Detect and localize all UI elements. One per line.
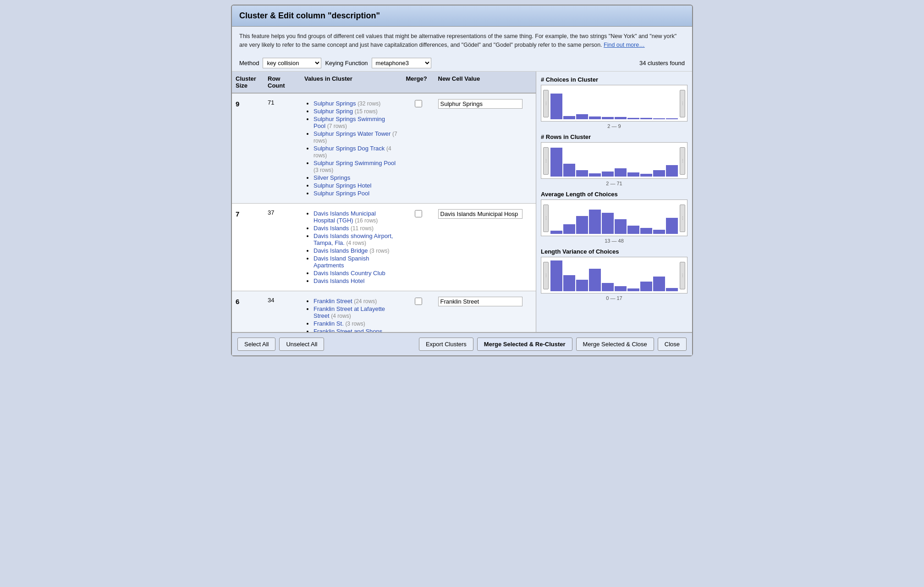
method-bar: Method key collision nearest neighbor Ke… xyxy=(232,55,692,72)
cluster-value-link[interactable]: Sulphur Springs Swimming Pool xyxy=(314,116,385,129)
choices-left-handle[interactable]: ⋮ xyxy=(543,90,549,117)
col-cluster-size: ClusterSize xyxy=(232,73,264,91)
table-header: ClusterSize RowCount Values in Cluster M… xyxy=(232,72,536,94)
new-cell-value-2 xyxy=(434,207,536,287)
merge-checkbox-3 xyxy=(402,295,434,332)
new-cell-input-3[interactable] xyxy=(438,297,523,306)
chart-bar xyxy=(615,168,627,177)
cluster-value-link[interactable]: Sulphur Springs xyxy=(314,100,356,107)
avg-length-left-handle[interactable]: ⋮ xyxy=(543,205,549,232)
chart-bar xyxy=(627,226,639,234)
merge-check-1[interactable] xyxy=(415,100,422,107)
chart-bar xyxy=(615,286,627,291)
chart-bar xyxy=(602,283,614,291)
chart-bar xyxy=(576,216,588,234)
cluster-value-link[interactable]: Sulphur Spring xyxy=(314,108,353,115)
chart-bar xyxy=(576,280,588,291)
dialog-title: Cluster & Edit column "description" xyxy=(232,6,692,27)
keying-function-select[interactable]: metaphone3 fingerprint ngram-fingerprint… xyxy=(372,58,431,68)
merge-checkbox-1 xyxy=(402,97,434,199)
chart-bar xyxy=(602,213,614,234)
choices-right-handle[interactable]: ⋮ xyxy=(680,90,685,117)
cluster-value-link[interactable]: Davis Islands Country Club xyxy=(314,270,385,277)
chart-bar xyxy=(627,118,639,119)
cluster-row-count-1: 71 xyxy=(264,97,301,199)
cluster-value-link[interactable]: Franklin St. xyxy=(314,320,344,327)
rows-chart-title: # Rows in Cluster xyxy=(541,133,688,140)
cluster-value-link[interactable]: Davis Island Spanish Apartments xyxy=(314,255,369,269)
chart-bar xyxy=(653,277,665,291)
cluster-value-link[interactable]: Silver Springs xyxy=(314,174,350,181)
chart-bar xyxy=(653,230,665,233)
rows-range-label: 2 — 71 xyxy=(541,181,688,186)
dialog-description: This feature helps you find groups of di… xyxy=(232,27,692,55)
chart-bar xyxy=(563,275,575,291)
cluster-value-link[interactable]: Franklin Street and Shops xyxy=(314,328,382,332)
cluster-value-link[interactable]: Sulphur Springs Water Tower xyxy=(314,130,390,137)
new-cell-value-1 xyxy=(434,97,536,199)
chart-bar xyxy=(627,172,639,176)
chart-bar xyxy=(563,224,575,234)
cluster-row: 6 34 Franklin Street (24 rows) Franklin … xyxy=(232,291,536,332)
cluster-value-link[interactable]: Sulphur Springs Dog Track xyxy=(314,145,385,152)
cluster-row-count-3: 34 xyxy=(264,295,301,332)
chart-bar xyxy=(589,210,601,234)
chart-bar xyxy=(563,116,575,119)
cluster-value-link[interactable]: Sulphur Springs Pool xyxy=(314,190,369,197)
table-area: ClusterSize RowCount Values in Cluster M… xyxy=(232,72,536,332)
method-select[interactable]: key collision nearest neighbor xyxy=(263,58,321,68)
find-out-more-link[interactable]: Find out more… xyxy=(604,42,645,48)
rows-right-handle[interactable]: ⋮ xyxy=(680,147,685,175)
cluster-value-link[interactable]: Davis Islands Hotel xyxy=(314,277,364,284)
unselect-all-button[interactable]: Unselect All xyxy=(279,338,324,351)
merge-recluster-button[interactable]: Merge Selected & Re-Cluster xyxy=(477,338,572,351)
merge-check-2[interactable] xyxy=(415,210,422,217)
col-values: Values in Cluster xyxy=(301,73,402,91)
cluster-value-link[interactable]: Sulphur Spring Swimming Pool xyxy=(314,160,396,166)
close-button[interactable]: Close xyxy=(658,338,687,351)
content-area: ClusterSize RowCount Values in Cluster M… xyxy=(232,72,692,332)
merge-check-3[interactable] xyxy=(415,298,422,305)
cluster-value-link[interactable]: Franklin Street xyxy=(314,298,352,305)
chart-bar xyxy=(640,282,652,291)
merge-checkbox-2 xyxy=(402,207,434,287)
chart-bar xyxy=(563,164,575,177)
chart-bar xyxy=(640,174,652,177)
variance-right-handle[interactable]: ⋮ xyxy=(680,262,685,289)
export-clusters-button[interactable]: Export Clusters xyxy=(419,338,473,351)
chart-bar xyxy=(550,148,562,177)
chart-bar xyxy=(653,118,665,119)
chart-bar xyxy=(576,114,588,119)
new-cell-value-3 xyxy=(434,295,536,332)
cluster-value-link[interactable]: Sulphur Springs Hotel xyxy=(314,182,371,189)
col-row-count: RowCount xyxy=(264,73,301,91)
variance-range-label: 0 — 17 xyxy=(541,295,688,301)
chart-bar xyxy=(576,170,588,177)
choices-range-label: 2 — 9 xyxy=(541,123,688,129)
choices-chart-section: # Choices in Cluster ⋮ ⋮ 2 — 9 xyxy=(541,76,688,129)
chart-bar xyxy=(666,165,678,177)
cluster-row: 7 37 Davis Islands Municipal Hospital (T… xyxy=(232,204,536,291)
cluster-values-2: Davis Islands Municipal Hospital (TGH) (… xyxy=(301,207,402,287)
select-all-button[interactable]: Select All xyxy=(237,338,275,351)
chart-bar xyxy=(666,118,678,119)
rows-left-handle[interactable]: ⋮ xyxy=(543,147,549,175)
avg-length-right-handle[interactable]: ⋮ xyxy=(680,205,685,232)
cluster-value-link[interactable]: Davis Islands Bridge xyxy=(314,247,368,254)
chart-bar xyxy=(550,94,562,119)
cluster-row: 9 71 Sulphur Springs (32 rows) Sulphur S… xyxy=(232,94,536,204)
charts-panel: # Choices in Cluster ⋮ ⋮ 2 — 9 xyxy=(536,72,692,332)
avg-length-chart: ⋮ ⋮ xyxy=(541,199,688,236)
new-cell-input-2[interactable] xyxy=(438,209,523,219)
merge-close-button[interactable]: Merge Selected & Close xyxy=(576,338,654,351)
cluster-edit-dialog: Cluster & Edit column "description" This… xyxy=(231,5,693,356)
chart-bar xyxy=(550,231,562,234)
new-cell-input-1[interactable] xyxy=(438,99,523,109)
chart-bar xyxy=(615,219,627,234)
cluster-value-link[interactable]: Davis Islands xyxy=(314,225,349,232)
chart-bar xyxy=(640,228,652,234)
chart-bar xyxy=(640,118,652,119)
chart-bar xyxy=(602,117,614,119)
cluster-rows: 9 71 Sulphur Springs (32 rows) Sulphur S… xyxy=(232,94,536,332)
variance-left-handle[interactable]: ⋮ xyxy=(543,262,549,289)
